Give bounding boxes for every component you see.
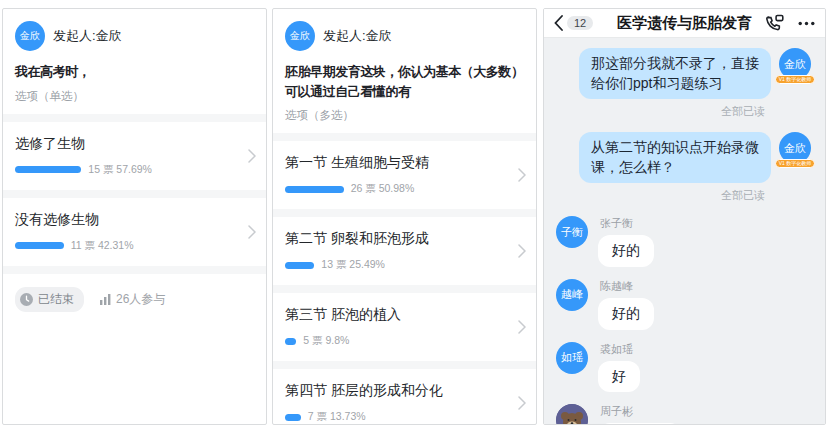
status-label: 已结束 [38, 291, 74, 308]
vote-count: 5 票 9.8% [303, 334, 349, 348]
section-divider [273, 133, 536, 141]
poll-option-label: 第一节 生殖细胞与受精 [285, 154, 510, 172]
message-bubble-sent[interactable]: 从第二节的知识点开始录微 课，怎么样？ [579, 132, 771, 183]
phone-call-icon[interactable] [765, 14, 784, 32]
avatar-qiuruyao[interactable]: 如瑶 [556, 342, 588, 374]
message-bubble-received[interactable]: 好的 [598, 298, 654, 330]
poll-option[interactable]: 没有选修生物 11 票 42.31% [3, 198, 266, 266]
avatar-medal-badge: V1 数字化教师 [775, 75, 816, 84]
poll-option[interactable]: 第一节 生殖细胞与受精 26 票 50.98% [273, 141, 536, 209]
section-divider [3, 114, 266, 122]
vote-count: 13 票 25.49% [321, 258, 385, 272]
sender-name: 裘如瑶 [600, 342, 640, 357]
poll-option-label: 第三节 胚泡的植入 [285, 306, 510, 324]
vote-bar [285, 414, 301, 421]
section-divider [3, 266, 266, 274]
poll-mode-label: 选项（多选） [285, 108, 524, 133]
initiator-avatar[interactable]: 金欣 [15, 21, 45, 51]
vote-bar [285, 186, 344, 193]
sender-name: 周子彬 [600, 404, 682, 419]
poll-option[interactable]: 第四节 胚层的形成和分化 7 票 13.73% [273, 369, 536, 425]
poll-footer: 已结束 26人参与 [3, 274, 266, 325]
vote-bar [285, 262, 314, 269]
message-bubble-received[interactable]: 好 [598, 361, 640, 393]
vote-count: 7 票 13.73% [308, 410, 366, 424]
more-icon[interactable] [798, 21, 815, 26]
avatar-medal-badge: V1 数字化教师 [775, 159, 816, 168]
chevron-right-icon [518, 396, 526, 410]
chevron-right-icon [518, 244, 526, 258]
vote-bar [15, 166, 81, 173]
poll-option-label: 第四节 胚层的形成和分化 [285, 382, 510, 400]
poll-header: 金欣 发起人:金欣 胚胎早期发育这块，你认为基本（大多数） 可以通过自己看懂的有… [273, 9, 536, 133]
initiator-avatar[interactable]: 金欣 [285, 21, 315, 51]
sender-name: 陈越峰 [600, 279, 654, 294]
poll-option[interactable]: 第二节 卵裂和胚泡形成 13 票 25.49% [273, 217, 536, 285]
section-divider [273, 285, 536, 293]
section-divider [273, 209, 536, 217]
poll-mode-label: 选项（单选） [15, 89, 254, 114]
section-divider [273, 361, 536, 369]
initiator-label: 发起人:金欣 [53, 27, 122, 45]
poll-option-label: 选修了生物 [15, 135, 240, 153]
chevron-right-icon [518, 320, 526, 334]
vote-bar [15, 242, 64, 249]
poll-header: 金欣 发起人:金欣 我在高考时， 选项（单选） [3, 9, 266, 114]
unread-count-badge: 12 [567, 16, 593, 30]
vote-count: 15 票 57.69% [88, 163, 152, 177]
vote-count: 11 票 42.31% [71, 239, 134, 253]
message-bubble-received[interactable] [598, 423, 682, 425]
poll-option-label: 没有选修生物 [15, 211, 240, 229]
chevron-right-icon [248, 225, 256, 239]
read-receipt[interactable]: 全部已读 [556, 104, 813, 119]
chat-header: 12 医学遗传与胚胎发育 [544, 9, 825, 38]
poll-card-2: 金欣 发起人:金欣 胚胎早期发育这块，你认为基本（大多数） 可以通过自己看懂的有… [272, 8, 537, 425]
chevron-right-icon [518, 168, 526, 182]
poll-title: 我在高考时， [15, 62, 254, 82]
chat-title: 医学遗传与胚胎发育 [617, 14, 752, 33]
chat-message-list[interactable]: 那这部分我就不录了，直接 给你们ppt和习题练习 金欣 V1 数字化教师 全部已… [544, 38, 825, 425]
chevron-right-icon [248, 149, 256, 163]
clock-icon [20, 293, 33, 306]
initiator-label: 发起人:金欣 [323, 27, 392, 45]
bar-chart-icon [100, 294, 111, 305]
message-received: 周子彬 [556, 404, 813, 425]
message-received: 越峰 陈越峰 好的 [556, 279, 813, 330]
poll-option[interactable]: 选修了生物 15 票 57.69% [3, 122, 266, 190]
poll-title: 胚胎早期发育这块，你认为基本（大多数） 可以通过自己看懂的有 [285, 62, 524, 101]
sender-name: 张子衡 [600, 216, 654, 231]
avatar-chenyuefeng[interactable]: 越峰 [556, 279, 588, 311]
avatar-zhouzibin-bear[interactable] [556, 404, 588, 425]
read-receipt[interactable]: 全部已读 [556, 188, 813, 203]
message-received: 子衡 张子衡 好的 [556, 216, 813, 267]
message-sent: 从第二节的知识点开始录微 课，怎么样？ 金欣 V1 数字化教师 [556, 132, 813, 183]
bear-icon [556, 404, 588, 425]
message-received: 如瑶 裘如瑶 好 [556, 342, 813, 393]
message-bubble-sent[interactable]: 那这部分我就不录了，直接 给你们ppt和习题练习 [579, 48, 771, 99]
vote-count: 26 票 50.98% [351, 182, 415, 196]
message-sent: 那这部分我就不录了，直接 给你们ppt和习题练习 金欣 V1 数字化教师 [556, 48, 813, 99]
message-bubble-received[interactable]: 好的 [598, 235, 654, 267]
chevron-left-icon [554, 15, 563, 31]
vote-bar [285, 338, 296, 345]
participants-label: 26人参与 [116, 291, 165, 308]
section-divider [3, 190, 266, 198]
avatar-zhangziheng[interactable]: 子衡 [556, 216, 588, 248]
poll-option-label: 第二节 卵裂和胚泡形成 [285, 230, 510, 248]
poll-option[interactable]: 第三节 胚泡的植入 5 票 9.8% [273, 293, 536, 361]
status-badge: 已结束 [15, 287, 84, 312]
participants-count[interactable]: 26人参与 [100, 291, 165, 308]
back-button[interactable]: 12 [554, 15, 593, 31]
chat-panel: 12 医学遗传与胚胎发育 那这部分我就不录了，直接 给你们ppt和习题练习 金欣… [543, 8, 826, 425]
poll-card-1: 金欣 发起人:金欣 我在高考时， 选项（单选） 选修了生物 15 票 57.69… [2, 8, 267, 425]
